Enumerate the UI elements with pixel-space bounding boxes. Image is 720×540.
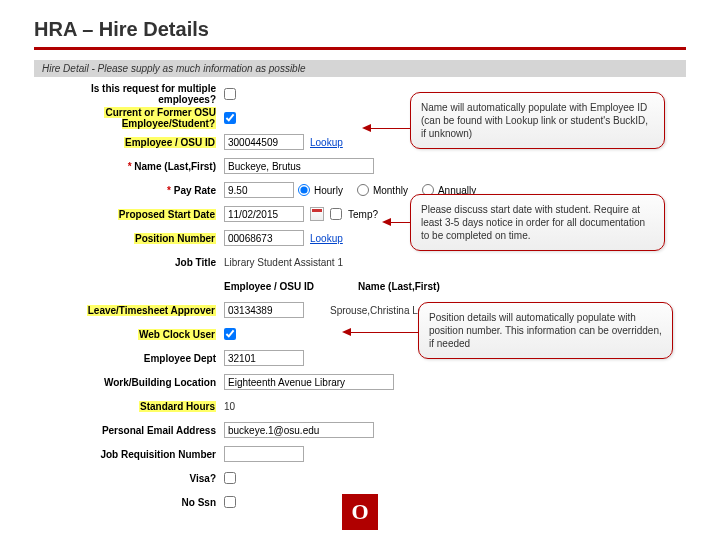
label-start-date: Proposed Start Date [118, 209, 216, 220]
radio-hourly[interactable] [298, 184, 310, 196]
required-marker: * [128, 161, 132, 172]
input-email[interactable] [224, 422, 374, 438]
page-title: HRA – Hire Details [34, 18, 686, 50]
lookup-position[interactable]: Lookup [310, 233, 343, 244]
checkbox-temp[interactable] [330, 208, 342, 220]
label-std-hours: Standard Hours [139, 401, 216, 412]
label-name: Name (Last,First) [134, 161, 216, 172]
arrow-line [370, 128, 410, 129]
label-leave-approver: Leave/Timesheet Approver [87, 305, 216, 316]
label-multiple: Is this request for multiple employees? [91, 83, 216, 105]
checkbox-visa[interactable] [224, 472, 236, 484]
logo-letter: O [351, 499, 368, 525]
label-approver-id: Employee / OSU ID [224, 281, 314, 292]
label-web-clock: Web Clock User [138, 329, 216, 340]
label-monthly: Monthly [373, 185, 408, 196]
label-approver-name: Name (Last,First) [358, 281, 440, 292]
callout-name-populate: Name will automatically populate with Em… [410, 92, 665, 149]
label-temp: Temp? [348, 209, 378, 220]
input-pay-rate[interactable] [224, 182, 294, 198]
checkbox-no-ssn[interactable] [224, 496, 236, 508]
section-bar: Hire Detail - Please supply as much info… [34, 60, 686, 77]
label-dept: Employee Dept [144, 353, 216, 364]
label-no-ssn: No Ssn [182, 497, 216, 508]
label-position: Position Number [134, 233, 216, 244]
calendar-icon[interactable] [310, 207, 324, 221]
label-emp-id: Employee / OSU ID [124, 137, 216, 148]
arrow-head-icon [362, 124, 371, 132]
checkbox-former[interactable] [224, 112, 236, 124]
callout-start-date: Please discuss start date with student. … [410, 194, 665, 251]
required-marker: * [167, 185, 171, 196]
label-req-num: Job Requisition Number [100, 449, 216, 460]
input-dept[interactable] [224, 350, 304, 366]
arrow-head-icon [342, 328, 351, 336]
input-location[interactable] [224, 374, 394, 390]
radio-monthly[interactable] [357, 184, 369, 196]
logo: O [342, 494, 378, 530]
label-former: Current or Former OSU Employee/Student? [104, 107, 216, 129]
input-approver-id[interactable] [224, 302, 304, 318]
label-email: Personal Email Address [102, 425, 216, 436]
value-std-hours: 10 [224, 401, 235, 412]
label-location: Work/Building Location [104, 377, 216, 388]
input-start-date[interactable] [224, 206, 304, 222]
label-pay-rate: Pay Rate [174, 185, 216, 196]
callout-position-details: Position details will automatically popu… [418, 302, 673, 359]
arrow-line [350, 332, 418, 333]
label-hourly: Hourly [314, 185, 343, 196]
input-emp-id[interactable] [224, 134, 304, 150]
checkbox-web-clock[interactable] [224, 328, 236, 340]
input-req-num[interactable] [224, 446, 304, 462]
label-job-title: Job Title [175, 257, 216, 268]
input-position[interactable] [224, 230, 304, 246]
arrow-head-icon [382, 218, 391, 226]
arrow-line [390, 222, 410, 223]
input-name[interactable] [224, 158, 374, 174]
checkbox-multiple[interactable] [224, 88, 236, 100]
lookup-emp-id[interactable]: Lookup [310, 137, 343, 148]
label-visa: Visa? [190, 473, 217, 484]
value-job-title: Library Student Assistant 1 [224, 257, 343, 268]
